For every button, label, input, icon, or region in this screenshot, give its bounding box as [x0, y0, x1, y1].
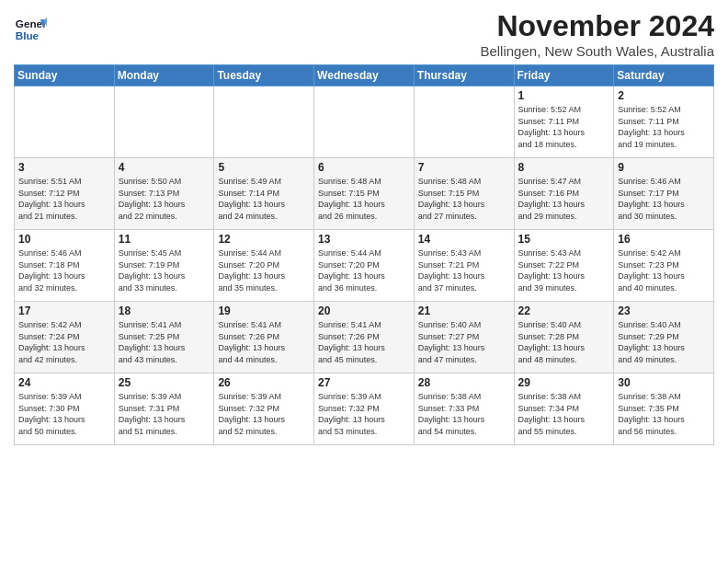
calendar-cell: 4Sunrise: 5:50 AM Sunset: 7:13 PM Daylig… [114, 158, 214, 230]
calendar-cell: 3Sunrise: 5:51 AM Sunset: 7:12 PM Daylig… [15, 158, 115, 230]
calendar-cell: 26Sunrise: 5:39 AM Sunset: 7:32 PM Dayli… [214, 373, 314, 445]
day-info: Sunrise: 5:40 AM Sunset: 7:29 PM Dayligh… [618, 319, 710, 365]
calendar-cell: 14Sunrise: 5:43 AM Sunset: 7:21 PM Dayli… [414, 230, 514, 302]
day-info: Sunrise: 5:52 AM Sunset: 7:11 PM Dayligh… [518, 104, 610, 150]
day-number: 10 [18, 233, 110, 246]
calendar-cell [114, 86, 214, 158]
day-number: 28 [418, 376, 510, 389]
day-number: 18 [119, 304, 210, 317]
day-number: 22 [518, 304, 610, 317]
location-subtitle: Bellingen, New South Wales, Australia [480, 43, 714, 59]
day-info: Sunrise: 5:41 AM Sunset: 7:26 PM Dayligh… [218, 319, 310, 365]
day-info: Sunrise: 5:48 AM Sunset: 7:15 PM Dayligh… [318, 176, 410, 222]
day-info: Sunrise: 5:43 AM Sunset: 7:22 PM Dayligh… [518, 247, 610, 293]
day-number: 14 [418, 233, 510, 246]
calendar-cell: 28Sunrise: 5:38 AM Sunset: 7:33 PM Dayli… [414, 373, 514, 445]
day-info: Sunrise: 5:43 AM Sunset: 7:21 PM Dayligh… [418, 247, 510, 293]
weekday-header-thursday: Thursday [414, 65, 514, 86]
calendar-cell: 9Sunrise: 5:46 AM Sunset: 7:17 PM Daylig… [614, 158, 714, 230]
calendar-cell: 7Sunrise: 5:48 AM Sunset: 7:15 PM Daylig… [414, 158, 514, 230]
day-info: Sunrise: 5:38 AM Sunset: 7:33 PM Dayligh… [418, 391, 510, 437]
calendar-cell: 10Sunrise: 5:46 AM Sunset: 7:18 PM Dayli… [15, 230, 115, 302]
weekday-header-sunday: Sunday [15, 65, 115, 86]
calendar-cell [314, 86, 415, 158]
weekday-header-wednesday: Wednesday [314, 65, 415, 86]
day-number: 7 [418, 161, 510, 174]
day-info: Sunrise: 5:42 AM Sunset: 7:23 PM Dayligh… [618, 247, 710, 293]
calendar-cell: 13Sunrise: 5:44 AM Sunset: 7:20 PM Dayli… [314, 230, 415, 302]
day-info: Sunrise: 5:52 AM Sunset: 7:11 PM Dayligh… [618, 104, 710, 150]
day-number: 13 [318, 233, 410, 246]
day-info: Sunrise: 5:39 AM Sunset: 7:32 PM Dayligh… [218, 391, 310, 437]
calendar-cell: 23Sunrise: 5:40 AM Sunset: 7:29 PM Dayli… [614, 302, 714, 373]
day-info: Sunrise: 5:44 AM Sunset: 7:20 PM Dayligh… [218, 247, 310, 293]
calendar-cell [214, 86, 314, 158]
week-row-1: 1Sunrise: 5:52 AM Sunset: 7:11 PM Daylig… [15, 86, 714, 158]
calendar-cell: 30Sunrise: 5:38 AM Sunset: 7:35 PM Dayli… [614, 373, 714, 445]
day-info: Sunrise: 5:46 AM Sunset: 7:18 PM Dayligh… [18, 247, 110, 293]
calendar-cell: 27Sunrise: 5:39 AM Sunset: 7:32 PM Dayli… [314, 373, 415, 445]
day-number: 8 [518, 161, 610, 174]
day-info: Sunrise: 5:40 AM Sunset: 7:27 PM Dayligh… [418, 319, 510, 365]
calendar-cell: 8Sunrise: 5:47 AM Sunset: 7:16 PM Daylig… [514, 158, 614, 230]
day-number: 11 [119, 233, 210, 246]
day-info: Sunrise: 5:38 AM Sunset: 7:34 PM Dayligh… [518, 391, 610, 437]
day-number: 29 [518, 376, 610, 389]
day-info: Sunrise: 5:39 AM Sunset: 7:31 PM Dayligh… [119, 391, 210, 437]
day-info: Sunrise: 5:46 AM Sunset: 7:17 PM Dayligh… [618, 176, 710, 222]
weekday-header-friday: Friday [514, 65, 614, 86]
calendar-cell [414, 86, 514, 158]
day-number: 23 [618, 304, 710, 317]
calendar-cell [15, 86, 115, 158]
day-number: 6 [318, 161, 410, 174]
day-info: Sunrise: 5:41 AM Sunset: 7:26 PM Dayligh… [318, 319, 410, 365]
day-number: 20 [318, 304, 410, 317]
calendar-cell: 17Sunrise: 5:42 AM Sunset: 7:24 PM Dayli… [15, 302, 115, 373]
day-info: Sunrise: 5:38 AM Sunset: 7:35 PM Dayligh… [618, 391, 710, 437]
week-row-5: 24Sunrise: 5:39 AM Sunset: 7:30 PM Dayli… [15, 373, 714, 445]
day-number: 27 [318, 376, 410, 389]
day-number: 5 [218, 161, 310, 174]
day-number: 2 [618, 89, 710, 102]
day-number: 17 [18, 304, 110, 317]
calendar-cell: 22Sunrise: 5:40 AM Sunset: 7:28 PM Dayli… [514, 302, 614, 373]
logo-icon: General Blue [14, 13, 47, 46]
day-number: 24 [18, 376, 110, 389]
calendar-cell: 21Sunrise: 5:40 AM Sunset: 7:27 PM Dayli… [414, 302, 514, 373]
day-info: Sunrise: 5:51 AM Sunset: 7:12 PM Dayligh… [18, 176, 110, 222]
week-row-2: 3Sunrise: 5:51 AM Sunset: 7:12 PM Daylig… [15, 158, 714, 230]
header: General Blue November 2024 Bellingen, Ne… [14, 9, 714, 59]
day-info: Sunrise: 5:39 AM Sunset: 7:30 PM Dayligh… [18, 391, 110, 437]
day-number: 16 [618, 233, 710, 246]
day-info: Sunrise: 5:41 AM Sunset: 7:25 PM Dayligh… [119, 319, 210, 365]
calendar-cell: 6Sunrise: 5:48 AM Sunset: 7:15 PM Daylig… [314, 158, 415, 230]
calendar-cell: 16Sunrise: 5:42 AM Sunset: 7:23 PM Dayli… [614, 230, 714, 302]
day-number: 1 [518, 89, 610, 102]
day-info: Sunrise: 5:49 AM Sunset: 7:14 PM Dayligh… [218, 176, 310, 222]
day-number: 9 [618, 161, 710, 174]
day-info: Sunrise: 5:45 AM Sunset: 7:19 PM Dayligh… [119, 247, 210, 293]
day-number: 15 [518, 233, 610, 246]
calendar-cell: 11Sunrise: 5:45 AM Sunset: 7:19 PM Dayli… [114, 230, 214, 302]
weekday-header-row: SundayMondayTuesdayWednesdayThursdayFrid… [15, 65, 714, 86]
day-number: 25 [119, 376, 210, 389]
day-info: Sunrise: 5:48 AM Sunset: 7:15 PM Dayligh… [418, 176, 510, 222]
calendar-cell: 18Sunrise: 5:41 AM Sunset: 7:25 PM Dayli… [114, 302, 214, 373]
day-number: 19 [218, 304, 310, 317]
day-info: Sunrise: 5:44 AM Sunset: 7:20 PM Dayligh… [318, 247, 410, 293]
month-year-title: November 2024 [480, 9, 714, 43]
calendar-cell: 15Sunrise: 5:43 AM Sunset: 7:22 PM Dayli… [514, 230, 614, 302]
week-row-4: 17Sunrise: 5:42 AM Sunset: 7:24 PM Dayli… [15, 302, 714, 373]
week-row-3: 10Sunrise: 5:46 AM Sunset: 7:18 PM Dayli… [15, 230, 714, 302]
day-info: Sunrise: 5:40 AM Sunset: 7:28 PM Dayligh… [518, 319, 610, 365]
logo: General Blue [14, 13, 51, 46]
weekday-header-tuesday: Tuesday [214, 65, 314, 86]
calendar-cell: 12Sunrise: 5:44 AM Sunset: 7:20 PM Dayli… [214, 230, 314, 302]
calendar-cell: 19Sunrise: 5:41 AM Sunset: 7:26 PM Dayli… [214, 302, 314, 373]
day-number: 21 [418, 304, 510, 317]
day-info: Sunrise: 5:50 AM Sunset: 7:13 PM Dayligh… [119, 176, 210, 222]
day-number: 3 [18, 161, 110, 174]
day-number: 30 [618, 376, 710, 389]
weekday-header-monday: Monday [114, 65, 214, 86]
calendar-cell: 20Sunrise: 5:41 AM Sunset: 7:26 PM Dayli… [314, 302, 415, 373]
